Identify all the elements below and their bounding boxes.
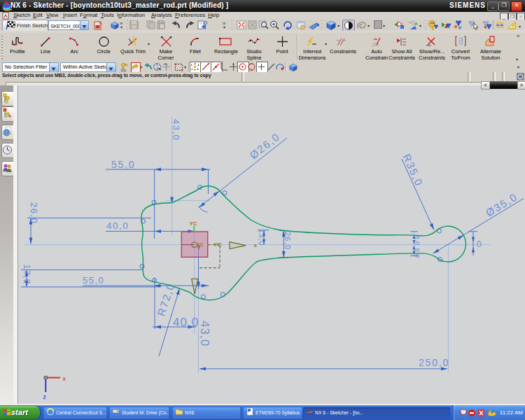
- svg-text:x: x: [63, 375, 66, 382]
- svg-text:55,0: 55,0: [83, 275, 104, 286]
- svg-text:8,0: 8,0: [414, 236, 421, 246]
- svg-text:13,0: 13,0: [258, 229, 266, 246]
- svg-text:26,0: 26,0: [284, 232, 292, 250]
- svg-text:55,0: 55,0: [111, 159, 135, 170]
- svg-text:0: 0: [477, 239, 482, 249]
- svg-text:YC: YC: [214, 241, 222, 248]
- svg-text:40,0: 40,0: [173, 316, 199, 329]
- svg-text:x: x: [254, 242, 258, 248]
- svg-text:17,0: 17,0: [22, 265, 31, 285]
- svg-text:26,0: 26,0: [29, 202, 39, 224]
- svg-text:YC: YC: [190, 220, 197, 227]
- svg-text:43,0: 43,0: [198, 321, 211, 346]
- svg-text:R35,0: R35,0: [400, 152, 426, 188]
- svg-text:250,0: 250,0: [419, 357, 449, 368]
- svg-text:Ø35,0: Ø35,0: [484, 190, 519, 218]
- svg-text:XC: XC: [197, 242, 204, 247]
- svg-text:8,0: 8,0: [414, 248, 421, 258]
- svg-text:43,0: 43,0: [171, 119, 181, 141]
- svg-text:40,0: 40,0: [106, 220, 129, 231]
- svg-text:z: z: [43, 393, 47, 400]
